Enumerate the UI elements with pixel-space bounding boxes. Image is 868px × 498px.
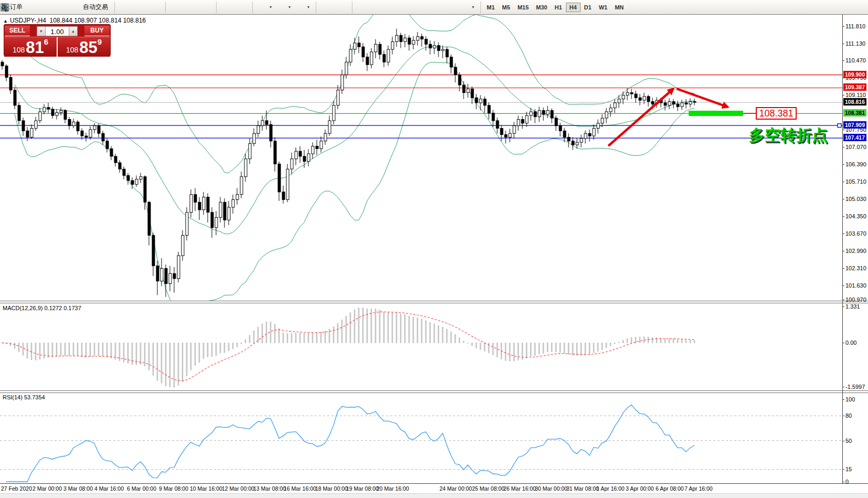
sell-price[interactable]: 108 81 6: [4, 37, 58, 57]
rsi-pane[interactable]: [0, 393, 842, 483]
chart-candles-button[interactable]: [132, 1, 146, 14]
crosshair-button[interactable]: [333, 1, 348, 14]
timeframe-button-m5[interactable]: M5: [498, 3, 513, 12]
zoom-out-button[interactable]: [183, 1, 197, 14]
axis-tickmark: [842, 399, 844, 400]
text-label-button[interactable]: T: [443, 1, 457, 14]
candle-body: [526, 115, 528, 123]
market-watch-button[interactable]: [25, 1, 39, 14]
candle-body: [521, 120, 524, 123]
candle-body: [643, 97, 646, 100]
macd-bar: [228, 343, 229, 351]
candle-body: [333, 105, 335, 121]
sell-button[interactable]: SELL: [5, 26, 30, 36]
autotrade-button[interactable]: 自动交易: [69, 1, 110, 14]
axis-tickmark: [842, 95, 844, 96]
price-tick: 110.470: [845, 57, 866, 63]
candle-body: [567, 137, 570, 141]
trend-arrow-1[interactable]: [608, 89, 673, 146]
candle-body: [202, 197, 205, 210]
periods-clock-button[interactable]: ▾: [274, 1, 293, 14]
dropdown-caret-icon[interactable]: ▾: [472, 5, 474, 9]
volume-increase-button[interactable]: ▲: [69, 26, 78, 36]
candle-body: [244, 159, 247, 177]
text-button[interactable]: A: [428, 1, 443, 14]
arrows-button[interactable]: ▾: [457, 1, 476, 14]
new-chart-button[interactable]: ▾: [255, 1, 274, 14]
candle-body: [421, 37, 423, 39]
price-tick: 102.310: [845, 265, 866, 271]
macd-bar: [52, 343, 53, 357]
macd-bar: [270, 322, 271, 343]
trend-arrow-2[interactable]: [677, 89, 728, 107]
candle-body: [362, 47, 365, 57]
timeframe-button-w1[interactable]: W1: [595, 3, 612, 12]
chart-settings-button[interactable]: ▾: [293, 1, 312, 14]
candle-body: [5, 66, 8, 78]
macd-bar: [564, 343, 565, 353]
timeframe-button-m1[interactable]: M1: [483, 3, 498, 12]
axis-tickmark: [842, 441, 844, 441]
volume-input[interactable]: 1.00: [46, 26, 69, 36]
macd-bar: [417, 318, 418, 343]
chart-bars-button[interactable]: [117, 1, 132, 14]
tile-windows-button[interactable]: [197, 1, 212, 14]
dropdown-caret-icon[interactable]: ▾: [307, 5, 309, 9]
candle-body: [496, 121, 499, 129]
volume-decrease-button[interactable]: ▼: [37, 26, 46, 36]
cursor-button[interactable]: [318, 1, 333, 14]
macd-bar: [27, 343, 28, 358]
macd-bar: [346, 316, 347, 343]
indicators-icon: [221, 2, 231, 13]
macd-pane[interactable]: [0, 303, 842, 390]
dropdown-caret-icon[interactable]: ▾: [288, 5, 291, 9]
channel-button[interactable]: E: [399, 1, 413, 14]
macd-bar: [207, 343, 208, 357]
macd-bar: [94, 343, 95, 356]
fibonacci-button[interactable]: F: [413, 1, 428, 14]
timeframe-button-m30[interactable]: M30: [532, 3, 551, 12]
macd-bar: [509, 343, 510, 361]
indicators-button[interactable]: [219, 1, 233, 14]
data-window-button[interactable]: [39, 1, 54, 14]
macd-bar: [677, 340, 678, 343]
timeframe-button-h1[interactable]: H1: [551, 3, 565, 12]
navigator-button[interactable]: [54, 1, 69, 14]
chart-shift-button[interactable]: [233, 1, 248, 14]
support-zone-rect[interactable]: [689, 111, 743, 116]
macd-bar: [23, 343, 24, 355]
buy-price[interactable]: 108 85 9: [58, 37, 110, 57]
macd-tick: -1.5997: [845, 384, 865, 390]
candle-body: [576, 142, 578, 145]
macd-bar: [299, 333, 301, 343]
price-tag-108.381: 108.381: [843, 109, 866, 116]
candle-body: [672, 102, 675, 104]
vertical-line-button[interactable]: [355, 1, 369, 14]
buy-button[interactable]: BUY: [84, 26, 110, 36]
horizontal-line-button[interactable]: [369, 1, 384, 14]
toolbar-separator: [249, 2, 253, 13]
candle-body: [391, 42, 394, 50]
timeframe-button-d1[interactable]: D1: [581, 3, 595, 12]
macd-bar: [543, 343, 544, 353]
macd-bar: [534, 343, 535, 355]
candle-body: [379, 44, 381, 54]
chart-line-button[interactable]: [146, 1, 161, 14]
dropdown-caret-icon[interactable]: ▾: [270, 5, 272, 9]
macd-bar: [383, 312, 384, 343]
candle-body: [404, 38, 406, 41]
timeframe-button-mn[interactable]: MN: [611, 3, 627, 12]
macd-bar: [232, 343, 233, 349]
cn-annotation[interactable]: 多空转折点: [749, 126, 828, 144]
macd-bar: [518, 343, 519, 360]
main-price-chart[interactable]: 108.381多空转折点多空转折点: [0, 15, 842, 301]
zoom-in-button[interactable]: [168, 1, 183, 14]
line-drag-handle[interactable]: [838, 124, 841, 128]
axis-tickmark: [842, 285, 844, 286]
candle-body: [651, 102, 654, 104]
timeframe-button-m15[interactable]: M15: [514, 3, 532, 12]
timeframe-button-h4[interactable]: H4: [566, 3, 581, 12]
trendline-button[interactable]: [384, 1, 399, 14]
candle-body: [286, 169, 289, 199]
toolbar-separator: [162, 2, 166, 13]
